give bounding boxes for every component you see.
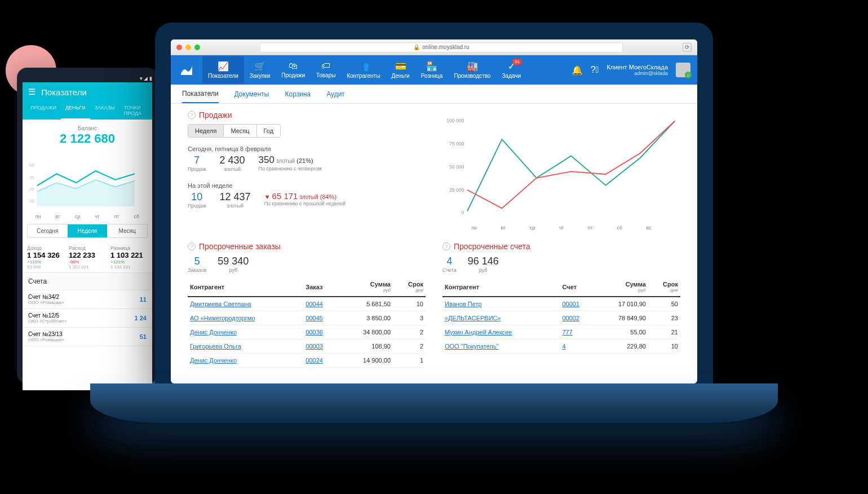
svg-text:35: 35 [29,175,34,180]
phone-chart: 50 35 20 10 [23,152,152,214]
doc-link[interactable]: 00002 [563,315,580,321]
table-row: Денис Донченко0003634 800,002 [188,325,426,339]
phone-chart-xaxis: пнвтср чтптсб [23,214,152,219]
nav-icon: 💳 [391,61,409,72]
phone-account-row[interactable]: Счет №12/5ОАО «СтройУчет»1 24 [23,309,152,328]
svg-text:50: 50 [29,163,34,168]
nav-item-7[interactable]: 🏭Производство [448,56,496,83]
phone-tab-pos[interactable]: ТОЧКИ ПРОДА [119,102,149,120]
status-indicator-icon: ⌂ [685,72,692,78]
logo-icon[interactable] [175,59,198,81]
phone-range-today[interactable]: Сегодня [28,224,68,237]
nav-item-6[interactable]: 🏪Розница [415,56,449,83]
doc-link[interactable]: 00044 [305,301,323,307]
laptop-mockup: 🔒 online.moysklad.ru ⟳ 📈Показатели🛒Закуп… [155,23,713,383]
subtab-indicators[interactable]: Показатели [182,85,219,103]
overdue-orders-panel: ?Просроченные заказы 5Заказов 59 340руб … [188,242,426,368]
svg-text:0: 0 [462,210,464,215]
period-year[interactable]: Год [257,125,281,137]
counterparty-link[interactable]: ООО "Покупатель" [445,343,499,350]
table-row: Иванов Петр0000117 010,9050 [442,297,680,311]
sales-panel: ?Продажи Неделя Месяц Год Сегодня, пятни… [188,111,426,231]
help-icon[interactable]: ?⃝ [591,65,599,75]
avatar[interactable]: ⌂ [676,63,690,77]
table-row: ООО "Покупатель"4229,8010 [442,339,680,354]
table-row: Мухин Андрей Алексее77755,0021 [442,325,680,339]
phone-body: Баланс 2 122 680 50 35 20 10 пнвтср чтпт… [23,120,152,390]
refresh-icon[interactable]: ⟳ [683,43,692,52]
phone-tab-orders[interactable]: ЗАКАЗЫ [90,102,119,120]
nav-item-8[interactable]: ✓Задачи51 [497,56,527,83]
doc-link[interactable]: 777 [563,329,573,336]
doc-link[interactable]: 00045 [305,315,323,321]
help-icon[interactable]: ? [188,242,196,250]
menu-icon[interactable]: ☰ [28,87,36,97]
period-week[interactable]: Неделя [188,125,224,137]
counterparty-link[interactable]: Денис Донченко [190,329,237,336]
doc-link[interactable]: 00001 [563,301,580,307]
doc-link[interactable]: 4 [563,343,566,350]
counterparty-link[interactable]: АО «Нижегородторгмо [190,315,255,321]
doc-link[interactable]: 00036 [305,329,323,336]
lock-icon: 🔒 [413,44,420,50]
minimize-icon[interactable] [185,45,191,50]
phone-tab-money[interactable]: ДЕНЬГИ [61,102,90,120]
url-bar[interactable]: 🔒 online.moysklad.ru [260,42,623,52]
help-icon[interactable]: ? [188,111,196,119]
phone-header: ☰ Показатели [23,82,152,102]
nav-item-2[interactable]: 🛍Продажи [276,56,311,83]
svg-text:100 000: 100 000 [446,118,464,124]
doc-link[interactable]: 00003 [305,343,323,350]
phone-range-week[interactable]: Неделя [68,224,108,237]
table-row: «ДЕЛЬТАСЕРВИС»0000278 849,9023 [442,311,680,325]
sales-title: Продажи [199,111,232,120]
sub-tabs: Показатели Документы Корзина Аудит [171,85,697,104]
phone-status-bar: ▾ ◢ ▮ [23,74,152,82]
nav-icon: 🏭 [454,61,490,72]
nav-item-3[interactable]: 🏷Товары [311,56,341,83]
phone-account-row[interactable]: Счет №23/13ООО «Ромашка»51 [23,328,152,346]
phone-kpi: Доход1 154 326+110%53 998 [27,245,64,270]
nav-item-4[interactable]: 👥Контрагенты [341,56,386,83]
svg-text:20: 20 [29,187,34,192]
balance-label: Баланс [28,125,147,131]
counterparty-link[interactable]: Мухин Андрей Алексее [445,329,512,336]
nav-icon: 🏷 [316,61,335,71]
subtab-audit[interactable]: Аудит [326,86,345,103]
doc-link[interactable]: 00024 [305,357,323,364]
phone-range-month[interactable]: Месяц [107,224,147,237]
svg-text:10: 10 [29,199,34,204]
svg-text:75 000: 75 000 [449,141,464,147]
nav-icon: 🛍 [281,61,305,71]
table-row: АО «Нижегородторгмо000453 850,003 [188,311,426,325]
phone-kpi: Разница1 103 221+121%1 132 221 [110,245,148,270]
nav-item-0[interactable]: 📈Показатели [202,56,244,83]
counterparty-link[interactable]: Григорьева Ольга [190,343,241,350]
main-content: ?Продажи Неделя Месяц Год Сегодня, пятни… [171,104,697,383]
phone-account-row[interactable]: Счет №34/2ООО «Ромашка»11 [23,290,152,309]
subtab-documents[interactable]: Документы [234,86,269,103]
nav-item-5[interactable]: 💳Деньги [386,56,415,83]
phone-tab-sales[interactable]: ПРОДАЖИ [26,102,61,120]
laptop-screen: 🔒 online.moysklad.ru ⟳ 📈Показатели🛒Закуп… [171,39,697,383]
subtab-trash[interactable]: Корзина [285,86,311,103]
laptop-base [90,383,778,423]
phone-mockup: ▾ ◢ ▮ ☰ Показатели ПРОДАЖИ ДЕНЬГИ ЗАКАЗЫ… [17,68,158,383]
user-block[interactable]: Клиент МоегоСклада admin@sklada [606,64,668,76]
counterparty-link[interactable]: Иванов Петр [445,301,482,307]
today-label: Сегодня, пятница 8 февраля [188,145,426,152]
help-icon[interactable]: ? [442,242,450,250]
invoices-table: КонтрагентСчетСуммарубСрокдниИванов Петр… [442,277,680,354]
balance-value: 2 122 680 [28,131,147,146]
svg-text:25 000: 25 000 [449,187,464,193]
period-month[interactable]: Месяц [224,125,256,137]
nav-icon: 👥 [347,61,380,72]
phone-title: Показатели [41,87,87,97]
nav-item-1[interactable]: 🛒Закупки [244,56,276,83]
maximize-icon[interactable] [194,45,200,50]
close-icon[interactable] [176,45,182,50]
bell-icon[interactable]: 🔔 [572,65,583,76]
counterparty-link[interactable]: Денис Донченко [190,357,237,364]
counterparty-link[interactable]: Дмитриева Светлана [190,301,251,307]
counterparty-link[interactable]: «ДЕЛЬТАСЕРВИС» [445,315,501,321]
